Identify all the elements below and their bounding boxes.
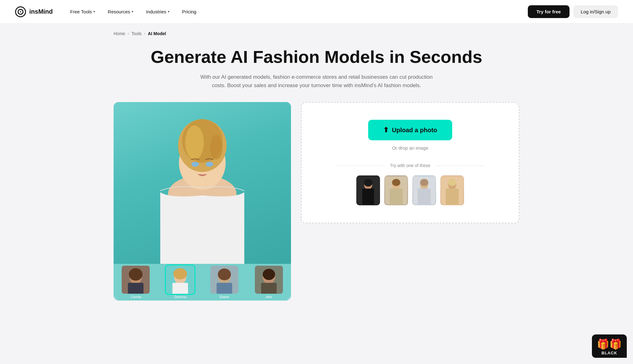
model-image-area: [114, 102, 291, 264]
divider: Try with one of these: [335, 163, 485, 168]
login-button[interactable]: Log in/Sign up: [573, 5, 618, 18]
model-illustration: [114, 102, 291, 264]
logo[interactable]: insMind: [15, 6, 53, 17]
nav-resources[interactable]: Resources ▾: [103, 7, 138, 17]
nav-actions: Try for free Log in/Sign up: [528, 5, 618, 18]
breadcrumb-home[interactable]: Home: [114, 31, 125, 36]
sample-image-1[interactable]: [356, 175, 380, 205]
main-panels: Camila Gemma: [114, 102, 519, 319]
svg-point-11: [191, 162, 199, 167]
svg-point-27: [263, 269, 275, 280]
sample-image-2[interactable]: [384, 175, 408, 205]
svg-rect-16: [128, 283, 143, 294]
chevron-down-icon: ▾: [132, 10, 134, 14]
svg-point-2: [20, 11, 21, 12]
thumb-label-elaine: Elaine: [204, 295, 246, 299]
svg-point-12: [206, 162, 213, 167]
svg-rect-28: [261, 283, 277, 294]
thumb-label-gemma: Gemma: [159, 295, 201, 299]
sample-image-4[interactable]: [440, 175, 464, 205]
black-friday-badge[interactable]: 🎁🎁 BLACK: [592, 334, 627, 358]
svg-rect-36: [390, 189, 403, 205]
svg-rect-24: [217, 283, 232, 294]
model-thumbnails: Camila Gemma: [114, 264, 291, 301]
svg-rect-20: [172, 283, 188, 294]
divider-line-right: [435, 166, 485, 166]
hero-subtitle: With our AI generated models, fashion e-…: [195, 73, 438, 90]
brand-name: insMind: [29, 8, 53, 15]
hero-section: Generate AI Fashion Models in Seconds Wi…: [114, 41, 519, 102]
black-friday-label: BLACK: [602, 351, 617, 355]
breadcrumb-separator: ›: [128, 31, 129, 36]
svg-point-9: [185, 125, 204, 160]
hero-title: Generate AI Fashion Models in Seconds: [114, 47, 519, 67]
model-thumb-ada[interactable]: Ada: [247, 264, 291, 301]
svg-point-15: [129, 268, 143, 281]
breadcrumb-separator: ›: [144, 31, 145, 36]
chevron-down-icon: ▾: [168, 10, 170, 14]
nav-pricing[interactable]: Pricing: [177, 7, 201, 17]
svg-point-43: [448, 179, 457, 186]
upload-panel: ⬆ Upload a photo Or drop an image Try wi…: [301, 102, 519, 223]
sample-images: [356, 175, 464, 205]
svg-rect-32: [362, 189, 374, 205]
nav-industries[interactable]: Industries ▾: [141, 7, 175, 17]
svg-rect-40: [418, 189, 431, 205]
model-thumb-gemma[interactable]: Gemma: [158, 264, 203, 301]
thumb-label-ada: Ada: [248, 295, 290, 299]
svg-point-35: [392, 179, 401, 186]
nav-links: Free Tools ▾ Resources ▾ Industries ▾ Pr…: [65, 7, 528, 17]
gift-icon: 🎁🎁: [597, 338, 622, 350]
drop-text: Or drop an image: [392, 145, 429, 151]
divider-line-left: [335, 166, 385, 166]
try-free-button[interactable]: Try for free: [528, 5, 570, 18]
breadcrumb-tools[interactable]: Tools: [131, 31, 142, 36]
upload-icon: ⬆: [383, 126, 389, 134]
samples-label: Try with one of these: [390, 163, 430, 168]
svg-point-23: [218, 268, 231, 280]
model-thumb-elaine[interactable]: Elaine: [202, 264, 247, 301]
upload-photo-button[interactable]: ⬆ Upload a photo: [368, 120, 452, 140]
svg-point-39: [420, 179, 429, 186]
svg-point-10: [210, 135, 223, 160]
svg-rect-44: [446, 189, 459, 205]
thumb-label-camila: Camila: [115, 295, 157, 299]
navigation: insMind Free Tools ▾ Resources ▾ Industr…: [0, 0, 633, 24]
nav-free-tools[interactable]: Free Tools ▾: [65, 7, 101, 17]
svg-point-19: [173, 268, 187, 279]
chevron-down-icon: ▾: [93, 10, 95, 14]
model-preview-panel: Camila Gemma: [114, 102, 291, 301]
svg-point-31: [364, 179, 373, 187]
page-content: Home › Tools › AI Model Generate AI Fash…: [99, 24, 534, 319]
model-thumb-camila[interactable]: Camila: [114, 264, 158, 301]
breadcrumb: Home › Tools › AI Model: [114, 24, 519, 41]
sample-image-3[interactable]: [412, 175, 436, 205]
breadcrumb-current: AI Model: [148, 31, 166, 36]
